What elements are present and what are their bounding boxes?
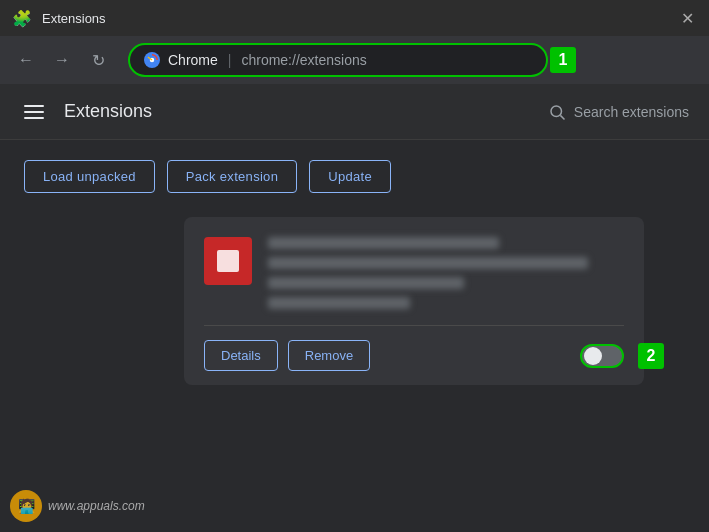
reload-button[interactable]: ↻ [84, 46, 112, 74]
address-bar-wrapper: Chrome | chrome://extensions 1 [128, 43, 548, 77]
load-unpacked-button[interactable]: Load unpacked [24, 160, 155, 193]
extension-card-bottom: Details Remove 2 [204, 325, 624, 385]
nav-bar: ← → ↻ Chrome | chrome://extensions 1 [0, 36, 709, 84]
remove-button[interactable]: Remove [288, 340, 370, 371]
toggle-knob [584, 347, 602, 365]
hamburger-line-2 [24, 111, 44, 113]
extension-desc-line2-blurred [268, 277, 464, 289]
address-divider: | [228, 52, 232, 68]
extension-version-blurred [268, 297, 410, 309]
pack-extension-button[interactable]: Pack extension [167, 160, 297, 193]
extension-card-top [204, 237, 624, 309]
favicon-icon [144, 52, 160, 68]
watermark: 🧑‍💻 www.appuals.com [10, 490, 145, 522]
extension-toggle[interactable] [580, 344, 624, 368]
search-icon [548, 103, 566, 121]
page-title: Extensions [64, 101, 532, 122]
title-bar-puzzle-icon: 🧩 [12, 9, 32, 28]
search-placeholder: Search extensions [574, 104, 689, 120]
watermark-text: www.appuals.com [48, 499, 145, 513]
extensions-toolbar: Load unpacked Pack extension Update [24, 160, 685, 193]
search-bar[interactable]: Search extensions [548, 103, 689, 121]
svg-point-2 [551, 106, 562, 117]
extension-icon [204, 237, 252, 285]
forward-button[interactable]: → [48, 46, 76, 74]
extension-card: Details Remove 2 [184, 217, 644, 385]
step-badge-2: 2 [638, 343, 664, 369]
address-origin: Chrome [168, 52, 218, 68]
page-header: Extensions Search extensions [0, 84, 709, 140]
main-content: Load unpacked Pack extension Update Deta… [0, 140, 709, 532]
back-button[interactable]: ← [12, 46, 40, 74]
address-bar[interactable]: Chrome | chrome://extensions [128, 43, 548, 77]
watermark-icon: 🧑‍💻 [10, 490, 42, 522]
title-bar: 🧩 Extensions ✕ [0, 0, 709, 36]
hamburger-line-1 [24, 105, 44, 107]
window-title: Extensions [42, 11, 667, 26]
toggle-wrapper: 2 [580, 344, 624, 368]
details-button[interactable]: Details [204, 340, 278, 371]
extension-info [268, 237, 624, 309]
extension-actions: Details Remove [204, 340, 370, 371]
address-path: chrome://extensions [241, 52, 366, 68]
extension-description-blurred [268, 257, 588, 269]
hamburger-menu[interactable] [20, 101, 48, 123]
update-button[interactable]: Update [309, 160, 391, 193]
hamburger-line-3 [24, 117, 44, 119]
extension-name-blurred [268, 237, 499, 249]
step-badge-1: 1 [550, 47, 576, 73]
svg-line-3 [560, 115, 564, 119]
close-button[interactable]: ✕ [677, 8, 697, 28]
